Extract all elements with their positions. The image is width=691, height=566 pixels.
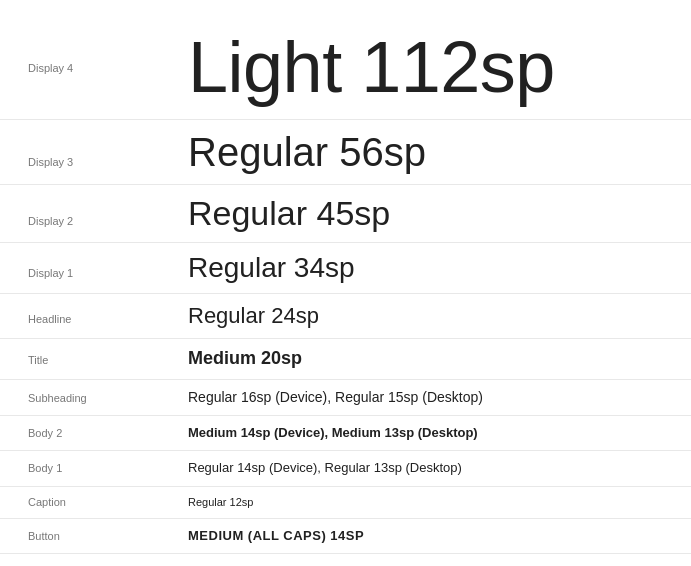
type-label-display4: Display 4 <box>0 62 180 74</box>
type-sample-display3: Regular 56sp <box>180 124 691 180</box>
type-row-display3: Display 3Regular 56sp <box>0 120 691 185</box>
type-sample-body1: Regular 14sp (Device), Regular 13sp (Des… <box>180 455 691 481</box>
type-sample-caption: Regular 12sp <box>180 491 691 514</box>
typography-specimen: Display 4Light 112spDisplay 3Regular 56s… <box>0 0 691 566</box>
type-sample-button: MEDIUM (ALL CAPS) 14sp <box>180 523 691 549</box>
type-label-headline: Headline <box>0 313 180 325</box>
type-label-body1: Body 1 <box>0 462 180 474</box>
type-row-body1: Body 1Regular 14sp (Device), Regular 13s… <box>0 451 691 486</box>
type-label-display3: Display 3 <box>0 156 180 168</box>
type-row-button: ButtonMEDIUM (ALL CAPS) 14sp <box>0 519 691 554</box>
type-sample-display1: Regular 34sp <box>180 247 691 289</box>
type-sample-display4: Light 112sp <box>180 24 691 111</box>
type-label-subheading: Subheading <box>0 392 180 404</box>
type-sample-title: Medium 20sp <box>180 343 691 374</box>
type-row-caption: CaptionRegular 12sp <box>0 487 691 519</box>
type-sample-display2: Regular 45sp <box>180 189 691 238</box>
type-row-title: TitleMedium 20sp <box>0 339 691 379</box>
type-row-body2: Body 2Medium 14sp (Device), Medium 13sp … <box>0 416 691 451</box>
type-label-caption: Caption <box>0 496 180 508</box>
type-sample-subheading: Regular 16sp (Device), Regular 15sp (Des… <box>180 384 691 412</box>
type-row-subheading: SubheadingRegular 16sp (Device), Regular… <box>0 380 691 417</box>
type-row-display2: Display 2Regular 45sp <box>0 185 691 243</box>
type-label-title: Title <box>0 354 180 366</box>
type-label-display1: Display 1 <box>0 267 180 279</box>
type-sample-headline: Regular 24sp <box>180 298 691 335</box>
type-row-headline: HeadlineRegular 24sp <box>0 294 691 340</box>
type-row-display4: Display 4Light 112sp <box>0 16 691 120</box>
type-sample-body2: Medium 14sp (Device), Medium 13sp (Deskt… <box>180 420 691 446</box>
type-row-display1: Display 1Regular 34sp <box>0 243 691 294</box>
type-label-button: Button <box>0 530 180 542</box>
type-label-display2: Display 2 <box>0 215 180 227</box>
type-label-body2: Body 2 <box>0 427 180 439</box>
